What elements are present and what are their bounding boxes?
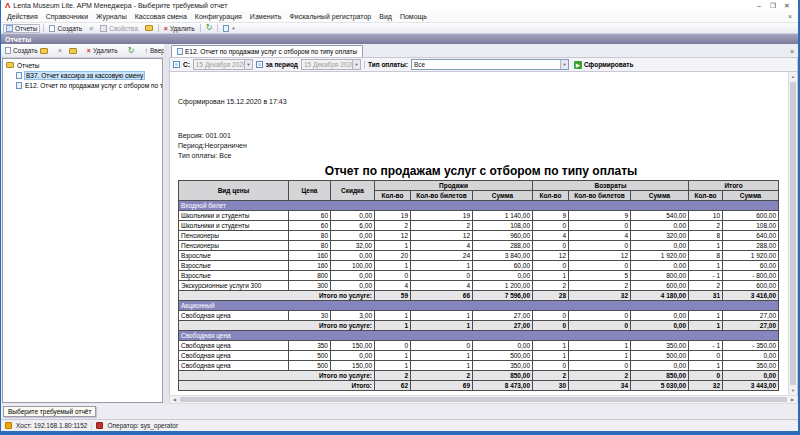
delete-report-button[interactable]: × Удалить: [162, 25, 197, 32]
table-cell: 0: [569, 261, 631, 271]
chevron-down-icon[interactable]: ▼: [560, 60, 568, 69]
from-date-checkbox[interactable]: [173, 61, 180, 68]
menu-help[interactable]: Помощь: [396, 13, 431, 20]
reports-toggle-button[interactable]: Отчеты: [3, 24, 40, 33]
table-cell: Входной билет: [179, 201, 779, 211]
table-cell: Взрослые: [179, 251, 289, 261]
tree-cut-button[interactable]: ×: [56, 47, 64, 54]
scroll-down-icon[interactable]: ▼: [789, 386, 797, 395]
table-cell: 5: [569, 271, 631, 281]
menu-configuration[interactable]: Конфигурация: [191, 13, 246, 20]
payment-type-value: Все: [414, 61, 425, 68]
period-checkbox[interactable]: [256, 61, 263, 68]
menu-cash-shift[interactable]: Кассовая смена: [131, 13, 191, 20]
table-cell: 1 920,00: [631, 251, 689, 261]
menu-fiscal-registrar[interactable]: Фискальный регистратор: [285, 13, 375, 20]
table-cell: 20: [375, 251, 411, 261]
tree-create-label: Создать: [13, 47, 38, 54]
tree-item-e12[interactable]: E12. Отчет по продажам услуг с отбором п…: [3, 80, 162, 90]
table-cell: 850,00: [473, 371, 533, 381]
tree-root[interactable]: Отчеты: [3, 60, 162, 70]
tree-delete-button[interactable]: × Удалить: [85, 47, 120, 54]
scroll-left-icon[interactable]: ◀: [170, 396, 179, 403]
table-cell: 27,00: [473, 321, 533, 331]
table-cell: - 800,00: [723, 271, 779, 281]
refresh-button[interactable]: ↻: [204, 24, 215, 32]
table-cell: 1: [689, 311, 723, 321]
delete-icon: ×: [164, 25, 168, 32]
table-cell: 1: [411, 361, 473, 371]
menu-view[interactable]: Вид: [375, 13, 396, 20]
tab-report-e12[interactable]: E12. Отчет по продажам услуг с отбором п…: [171, 45, 363, 57]
scroll-right-icon[interactable]: ▶: [788, 396, 797, 403]
tree-item-b37[interactable]: B37. Отчет кассира за кассовую смену: [3, 70, 162, 80]
generate-button[interactable]: ▶ Сформировать: [572, 61, 636, 69]
table-cell: 8 473,00: [473, 381, 533, 391]
export-icon: [223, 25, 229, 32]
table-cell: 288,00: [473, 241, 533, 251]
menu-edit[interactable]: Изменить: [246, 13, 286, 20]
from-date-field[interactable]: 15 Декабря 2020 ▼: [193, 59, 253, 70]
scrollbar-thumb[interactable]: [790, 82, 796, 385]
create-report-button[interactable]: Создать: [47, 25, 84, 32]
report-icon: [16, 72, 22, 79]
table-cell: 1: [689, 241, 723, 251]
from-date-value: 15 Декабря 2020: [196, 61, 247, 68]
table-cell: 0,00: [331, 351, 375, 361]
column-header: Кол-во билетов: [411, 191, 473, 201]
table-cell: 4: [569, 231, 631, 241]
table-cell: 31: [689, 291, 723, 301]
table-cell: 0: [533, 361, 569, 371]
table-cell: 0: [533, 221, 569, 231]
menu-directories[interactable]: Справочники: [42, 13, 92, 20]
scroll-up-icon[interactable]: ▲: [789, 72, 797, 81]
table-cell: 28: [533, 291, 569, 301]
table-cell: 850,00: [631, 371, 689, 381]
column-header: Сумма: [631, 191, 689, 201]
table-cell: 4: [533, 231, 569, 241]
horizontal-scrollbar[interactable]: ◀ ▶: [169, 395, 798, 404]
save-icon-button[interactable]: [143, 25, 155, 31]
tree-item-label: B37. Отчет кассира за кассовую смену: [24, 71, 145, 80]
table-header-row: Вид цены Цена Скидка Продажи Возвраты Ит…: [179, 181, 779, 191]
table-row-data: Взрослые160100,001160,00000,00160,00: [179, 261, 779, 271]
new-document-icon: [5, 47, 11, 54]
chevron-down-icon[interactable]: ▼: [244, 60, 252, 69]
report-title: Отчет по продажам услуг с отбором по тип…: [178, 164, 784, 178]
tab-close-icon[interactable]: ×: [790, 48, 798, 57]
properties-button[interactable]: Свойства: [98, 25, 140, 32]
table-cell: 288,00: [723, 241, 779, 251]
table-cell: Школьники и студенты: [179, 211, 289, 221]
vertical-scrollbar[interactable]: ▲ ▼: [788, 72, 797, 395]
menu-journals[interactable]: Журналы: [92, 13, 131, 20]
tree-create-button[interactable]: Создать: [3, 47, 50, 54]
to-date-field[interactable]: 15 Декабря 2020 ▼: [301, 59, 361, 70]
tree-folder-button[interactable]: [67, 48, 79, 54]
chevron-down-icon[interactable]: ▼: [352, 60, 360, 69]
edit-icon-button[interactable]: ×: [87, 25, 95, 32]
table-cell: 60: [289, 211, 331, 221]
menu-actions[interactable]: Действия: [3, 13, 42, 20]
folder-icon: [69, 48, 77, 54]
main-content: Создать × × Удалить ↻: [1, 44, 798, 404]
table-cell: 350,00: [473, 361, 533, 371]
scrollbar-thumb[interactable]: [180, 397, 787, 402]
menubar-close-icon[interactable]: ×: [784, 13, 796, 20]
column-header: Вид цены: [179, 181, 289, 201]
minimize-button[interactable]: –: [752, 1, 766, 11]
table-cell: 4: [375, 281, 411, 291]
chevron-down-icon: ▼: [231, 26, 235, 31]
title-bar: Λ Lenta Museum Lite. АРМ Менеджера - Выб…: [1, 0, 798, 11]
table-cell: 4: [411, 281, 473, 291]
close-button[interactable]: ✕: [780, 1, 794, 11]
table-row-data: Свободная цена303,001127,00000,00127,00: [179, 311, 779, 321]
table-cell: 5 030,00: [631, 381, 689, 391]
app-window: Λ Lenta Museum Lite. АРМ Менеджера - Выб…: [0, 0, 800, 435]
table-cell: 0,00: [473, 271, 533, 281]
tree-refresh-button[interactable]: ↻: [126, 47, 137, 55]
table-cell: 59: [375, 291, 411, 301]
payment-type-select[interactable]: Все ▼: [411, 59, 569, 70]
table-cell: 62: [375, 381, 411, 391]
maximize-button[interactable]: ❐: [766, 1, 780, 11]
export-dropdown-button[interactable]: ▼: [221, 25, 237, 32]
